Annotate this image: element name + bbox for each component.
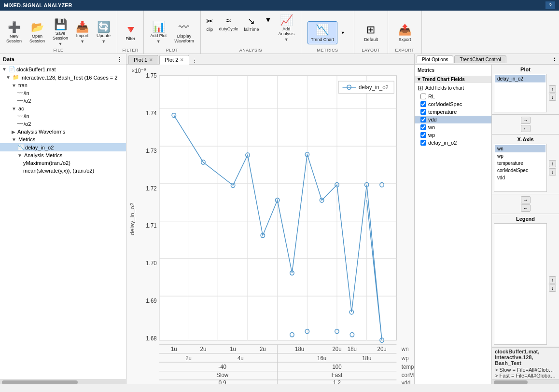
plot-list-item-delay[interactable]: delay_in_o2 — [495, 75, 545, 82]
trend-chart-fields-label: Trend Chart Fields — [422, 77, 465, 82]
right-scrollbar-thumb — [494, 380, 528, 384]
field-vdd[interactable]: vdd — [415, 116, 491, 123]
tree-item-tran-in[interactable]: 〰 /in — [0, 89, 126, 97]
tree-item-ac-in[interactable]: 〰 /in — [0, 112, 126, 120]
update-button[interactable]: 🔄 Update ▼ — [93, 19, 114, 46]
svg-text:delay_in_o2: delay_in_o2 — [359, 84, 389, 91]
tree-item-mean[interactable]: mean(slewrate(y,x)), (tran./o2) — [0, 167, 126, 175]
display-waveform-icon: 〰 — [179, 22, 189, 33]
open-session-icon: 📂 — [31, 22, 44, 33]
tree-item-interactive[interactable]: ▼ 📁 Interactive.128, Bash_Test (16 Cases… — [0, 73, 126, 81]
more-analysis-button[interactable]: ▼ — [263, 14, 274, 33]
add-analysis-button[interactable]: 📈 AddAnalysis ▼ — [275, 13, 298, 44]
tree-item-metrics[interactable]: ▼ Metrics — [0, 135, 126, 143]
sidebar-menu-icon[interactable]: ⋮ — [116, 55, 123, 63]
right-panel-menu[interactable]: ⋮ — [552, 56, 557, 62]
trend-chart-fields-section: ▼ Trend Chart Fields ⊞ Add fields to cha… — [415, 76, 491, 147]
clip-button[interactable]: ✂ clip — [204, 14, 216, 33]
tab-plot1-close[interactable]: ✕ — [149, 57, 153, 62]
sidebar-title: Data — [3, 56, 14, 62]
field-wn[interactable]: wn — [415, 123, 491, 131]
tree-item-tran[interactable]: ▼ tran — [0, 81, 126, 89]
sidebar-scrollbar[interactable] — [0, 379, 126, 384]
duty-cycle-button[interactable]: ≈ dutyCycle — [217, 14, 241, 33]
field-delay-in-o2[interactable]: delay_in_o2 — [415, 139, 491, 147]
tree-toggle: ▶ — [12, 129, 15, 135]
tree-toggle: ▼ — [12, 106, 16, 111]
svg-text:1.72: 1.72 — [146, 185, 157, 192]
tab-options-icon[interactable]: ⋮ — [192, 58, 197, 64]
tree-item-label: /o2 — [24, 121, 31, 127]
tree-item-label: tran — [18, 82, 28, 88]
legend-up-button[interactable]: ↑ — [549, 276, 556, 284]
transfer-right-button[interactable]: → — [521, 117, 531, 124]
trend-chart-fields-header[interactable]: ▼ Trend Chart Fields — [415, 76, 491, 83]
fall-time-button[interactable]: ↘ fallTime — [241, 14, 261, 33]
tree-item-ac-o2[interactable]: 〰 /o2 — [0, 120, 126, 128]
legend-down-button[interactable]: ↓ — [549, 284, 556, 292]
tree-toggle: ▼ — [12, 83, 16, 88]
field-delay-in-o2-label: delay_in_o2 — [428, 140, 457, 146]
tree-item-ac[interactable]: ▼ ac — [0, 105, 126, 112]
save-session-button[interactable]: 💾 SaveSession ▼ — [49, 17, 71, 49]
xaxis-list-item-temperature[interactable]: temperature — [495, 160, 545, 167]
tree-item-analysis-metrics[interactable]: ▼ Analysis Metrics — [0, 151, 126, 159]
field-rl[interactable]: RL — [415, 93, 491, 100]
add-fields-item[interactable]: ⊞ Add fields to chart — [415, 83, 491, 93]
filter-button[interactable]: 🔻 Filter — [121, 22, 140, 43]
right-scrollbar[interactable] — [492, 379, 559, 384]
field-wp-checkbox[interactable] — [420, 132, 426, 138]
field-delay-in-o2-checkbox[interactable] — [420, 140, 426, 146]
file-group-label: FILE — [0, 48, 117, 53]
metrics-panel-title: Metrics — [415, 67, 491, 74]
tab-plot2-label: Plot 2 — [165, 57, 178, 63]
display-waveform-button[interactable]: 〰 DisplayWaveform — [171, 20, 197, 46]
new-session-button[interactable]: ➕ NewSession — [3, 20, 25, 46]
field-wn-checkbox[interactable] — [420, 124, 426, 130]
trend-chart-dropdown[interactable]: ▼ — [338, 29, 348, 37]
field-vdd-checkbox[interactable] — [420, 117, 426, 122]
title-bar: MIXED-SIGNAL ANALYZER ? — [0, 0, 559, 11]
tab-trendchart-control[interactable]: TrendChart Control — [454, 55, 506, 63]
plot-up-button[interactable]: ↑ — [549, 85, 556, 93]
xaxis-up-button[interactable]: ↑ — [549, 160, 556, 167]
file-icon: 📄 — [9, 66, 15, 72]
tab-plot-options[interactable]: Plot Options — [417, 55, 453, 63]
transfer-right-button-2[interactable]: → — [521, 196, 531, 203]
import-button[interactable]: 📥 Import ▼ — [72, 19, 92, 46]
add-plot-button[interactable]: 📊 Add Plot ▼ — [147, 19, 170, 46]
field-wp[interactable]: wp — [415, 131, 491, 139]
transfer-left-button[interactable]: ← — [521, 125, 531, 132]
field-cormodelspec-checkbox[interactable] — [420, 101, 426, 107]
field-temperature[interactable]: temperature — [415, 108, 491, 116]
help-button[interactable]: ? — [545, 1, 555, 9]
plot-down-button[interactable]: ↓ — [549, 94, 556, 101]
open-session-button[interactable]: 📂 OpenSession — [26, 20, 48, 46]
update-icon: 🔄 — [97, 22, 110, 32]
ribbon-group-file: ➕ NewSession 📂 OpenSession 💾 SaveSession… — [0, 11, 117, 54]
default-button[interactable]: ⊞ Default — [361, 21, 381, 44]
tab-plot1[interactable]: Plot 1 ✕ — [128, 55, 158, 64]
tree-item-analysis-waveforms[interactable]: ▶ Analysis Waveforms — [0, 128, 126, 135]
tree-item-file1[interactable]: ▼ 📄 clockBuffer1.mat — [0, 65, 126, 73]
xaxis-list-item-wn[interactable]: wn — [495, 145, 545, 152]
xaxis-list-item-wp[interactable]: wp — [495, 152, 545, 160]
info-line1: clockBuffer1.mat, Interactive.128, Bash_… — [495, 349, 556, 366]
export-button[interactable]: 📤 Export — [395, 21, 415, 44]
trend-chart-button[interactable]: 📉 Trend Chart — [307, 21, 337, 44]
transfer-left-button-2[interactable]: ← — [521, 204, 531, 212]
tab-plot2-close[interactable]: ✕ — [180, 57, 184, 62]
tab-plot2[interactable]: Plot 2 ✕ — [159, 55, 189, 65]
field-rl-checkbox[interactable] — [420, 94, 426, 99]
legend-section: Legend ↑ ↓ — [492, 214, 559, 347]
xaxis-down-button[interactable]: ↓ — [549, 168, 556, 176]
field-temperature-checkbox[interactable] — [420, 109, 426, 115]
plot-buttons: 📊 Add Plot ▼ 〰 DisplayWaveform — [147, 13, 197, 53]
field-cormodelspec[interactable]: corModelSpec — [415, 100, 491, 108]
xaxis-list-item-cormodelspec[interactable]: corModelSpec — [495, 167, 545, 174]
xaxis-list-item-vdd[interactable]: vdd — [495, 174, 545, 181]
tree-item-tran-o2[interactable]: 〰 /o2 — [0, 97, 126, 105]
tree-item-ymax[interactable]: yMaximum(tran./o2) — [0, 159, 126, 167]
tree-item-delay-in-o2[interactable]: 📉 delay_in_o2 — [0, 143, 126, 151]
metrics-tree: Metrics ▼ Trend Chart Fields ⊞ Add field… — [415, 65, 492, 384]
